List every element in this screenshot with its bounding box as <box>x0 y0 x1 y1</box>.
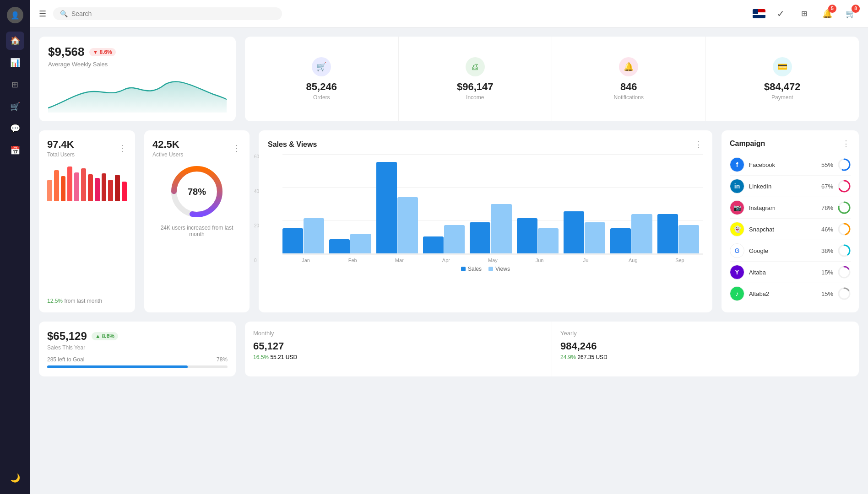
dashboard-content: $9,568 ▼ 8.6% Average Weekly Sales <box>30 27 868 494</box>
sales-bar <box>376 162 397 253</box>
chart-x-label: Sep <box>656 258 703 263</box>
cart-badge: 8 <box>852 5 860 13</box>
campaign-pct: 46% <box>821 226 833 233</box>
notifications-label: Notifications <box>614 94 644 101</box>
sidebar-item-grid[interactable]: ⊞ <box>6 75 24 94</box>
campaign-name: Instagram <box>749 204 821 211</box>
header: ☰ 🔍 ✓ ⊞ 🔔 5 🛒 8 <box>30 0 868 27</box>
down-arrow-icon: ▼ <box>93 49 98 55</box>
active-users-menu[interactable]: ⋮ <box>233 143 241 153</box>
campaign-name: LinkedIn <box>749 183 821 190</box>
progress-bar-fill <box>47 365 188 368</box>
campaign-menu[interactable]: ⋮ <box>842 139 851 149</box>
payment-icon: 💳 <box>773 57 792 76</box>
sidebar-item-chat[interactable]: 💬 <box>6 119 24 138</box>
legend-sales-dot <box>461 267 466 271</box>
search-input[interactable] <box>71 10 275 17</box>
monthly-sub: 16.5% 55.21 USD <box>253 354 543 360</box>
total-users-value: 97.4K <box>47 139 75 150</box>
users-bar <box>61 176 66 201</box>
chart-x-label: Jun <box>516 258 563 263</box>
campaign-row: ♪Altaba215% <box>730 283 851 304</box>
search-bar[interactable]: 🔍 <box>53 7 282 20</box>
campaign-pct: 78% <box>821 204 833 211</box>
users-bar <box>47 180 52 201</box>
chart-x-label: Aug <box>610 258 656 263</box>
goal-left-text: 285 left to Goal <box>47 356 84 363</box>
campaign-row: 📷Instagram78% <box>730 197 851 219</box>
total-users-menu[interactable]: ⋮ <box>118 143 127 153</box>
yearly-stat: Yearly 984,246 24.9% 267.35 USD <box>552 322 859 376</box>
sales-views-bar-group <box>470 204 515 253</box>
active-users-donut: 78% <box>152 164 241 219</box>
views-bar <box>678 225 699 253</box>
sales-bar <box>470 222 490 253</box>
campaign-row: YAltaba15% <box>730 262 851 283</box>
users-bar <box>122 182 127 201</box>
notifications-value: 846 <box>620 81 637 93</box>
campaign-name: Altaba <box>749 269 821 276</box>
views-bar <box>444 225 465 253</box>
menu-toggle-button[interactable]: ☰ <box>39 9 46 19</box>
payment-value: $84,472 <box>764 81 801 93</box>
views-bar <box>350 234 371 253</box>
grid-button[interactable]: ⊞ <box>796 5 812 22</box>
campaign-card: Campaign ⋮ fFacebook55% inLinkedIn67% 📷I… <box>722 130 859 312</box>
monthly-stat: Monthly 65,127 16.5% 55.21 USD <box>245 322 552 376</box>
chart-x-label: Mar <box>376 258 423 263</box>
sidebar-item-calendar[interactable]: 📅 <box>6 141 24 160</box>
sidebar-item-cart[interactable]: 🛒 <box>6 97 24 116</box>
total-users-label: Total Users <box>47 151 75 158</box>
cart-button[interactable]: 🛒 8 <box>842 5 859 22</box>
campaign-logo: f <box>730 157 744 172</box>
campaign-name: Google <box>749 247 821 254</box>
campaign-logo: 📷 <box>730 200 744 215</box>
weekly-sales-label: Average Weekly Sales <box>48 61 227 68</box>
income-stat: 🖨 $96,147 Income <box>399 37 553 121</box>
campaign-donut <box>838 223 851 236</box>
users-bar <box>115 175 120 201</box>
sales-views-title: Sales & Views <box>268 140 317 149</box>
sales-bar <box>282 228 303 253</box>
chart-x-label: May <box>469 258 516 263</box>
orders-value: 85,246 <box>306 81 337 93</box>
views-bar <box>491 204 511 253</box>
chart-legend: Sales Views <box>268 266 703 272</box>
campaign-donut <box>838 244 851 257</box>
views-bar <box>538 228 559 253</box>
sales-bar <box>423 236 444 253</box>
orders-icon: 🛒 <box>312 57 331 76</box>
notifications-stat: 🔔 846 Notifications <box>552 37 706 121</box>
sales-views-menu[interactable]: ⋮ <box>694 140 703 150</box>
campaign-logo: 👻 <box>730 222 744 236</box>
monthly-label: Monthly <box>253 330 543 337</box>
sales-year-badge: ▲ 8.6% <box>92 332 118 340</box>
checkmark-button[interactable]: ✓ <box>772 5 789 22</box>
yearly-value: 984,246 <box>560 340 851 352</box>
campaign-donut <box>838 180 851 193</box>
sales-views-chart-container: 0 20 40 60 JanFebMarAprMayJunJulAugS <box>268 154 703 263</box>
sales-bar <box>610 228 631 253</box>
payment-stat: 💳 $84,472 Payment <box>706 37 859 121</box>
campaign-pct: 15% <box>821 290 833 297</box>
sales-views-bar-group <box>376 162 422 253</box>
campaign-pct: 67% <box>821 183 833 190</box>
flag-icon[interactable] <box>753 9 765 18</box>
sidebar-item-chart[interactable]: 📊 <box>6 54 24 72</box>
sidebar-item-moon[interactable]: 🌙 <box>6 469 24 487</box>
sales-views-bar-group <box>423 225 469 253</box>
notification-button[interactable]: 🔔 5 <box>819 5 835 22</box>
campaign-donut <box>838 158 851 171</box>
views-bar <box>585 222 605 253</box>
sidebar-item-home[interactable]: 🏠 <box>6 32 24 50</box>
sales-views-bar-group <box>610 214 656 253</box>
sales-views-card: Sales & Views ⋮ 0 20 40 60 <box>259 130 712 312</box>
notifications-icon: 🔔 <box>619 57 638 76</box>
sales-year-value: $65,129 <box>47 330 87 343</box>
campaign-title: Campaign <box>730 140 765 148</box>
notification-badge: 5 <box>828 5 836 13</box>
weekly-sales-chart <box>48 71 227 113</box>
avatar[interactable]: 👤 <box>7 7 23 23</box>
search-icon: 🔍 <box>60 10 68 17</box>
active-users-card: 42.5K Active Users ⋮ <box>144 130 250 312</box>
